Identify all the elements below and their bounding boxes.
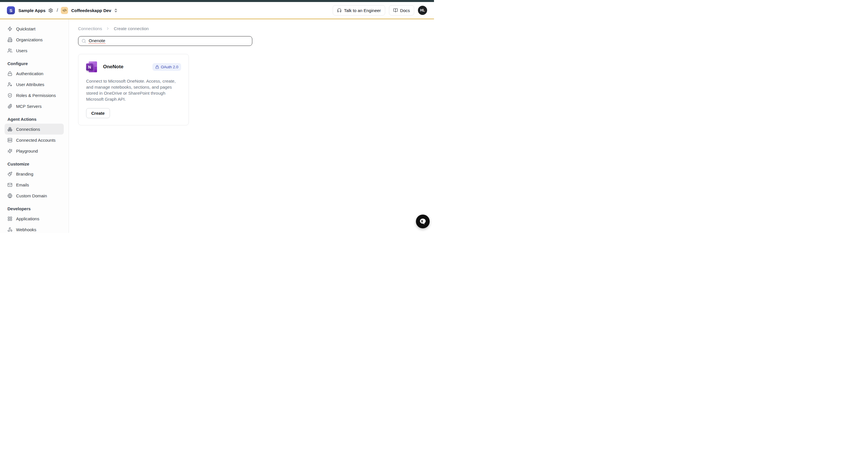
main-content: Connections Create connection Onenote N … (69, 19, 434, 233)
oauth-badge: OAuth 2.0 (152, 63, 181, 71)
breadcrumb-slash: / (57, 7, 58, 13)
sidebar-item-applications[interactable]: Applications (5, 213, 64, 224)
book-open-icon (393, 8, 398, 12)
user-avatar[interactable]: HL (418, 6, 427, 15)
header-left: S Sample Apps / Coffeedeskapp Dev (7, 6, 118, 14)
sidebar-item-label: Organizations (16, 37, 43, 42)
sidebar-item-mcp-servers[interactable]: MCP Servers (5, 101, 64, 111)
breadcrumb-create-connection: Create connection (114, 26, 149, 31)
search-value: Onenote (89, 38, 105, 44)
workspace-logo[interactable]: S (7, 6, 15, 14)
sidebar-section-agent-actions: Agent Actions (0, 116, 69, 122)
chat-widget-button[interactable] (416, 214, 430, 228)
sidebar-item-connections[interactable]: Connections (5, 124, 64, 135)
sidebar-item-label: Branding (16, 171, 33, 176)
page-body: QuickstartOrganizationsUsersConfigureAut… (0, 19, 434, 233)
sidebar-item-label: MCP Servers (16, 104, 42, 109)
webhook-icon (7, 227, 12, 232)
sidebar-item-label: Emails (16, 182, 29, 187)
sidebar-item-roles-permissions[interactable]: Roles & Permissions (5, 90, 64, 101)
onenote-logo-icon: N (86, 61, 98, 72)
chat-bubble-icon (419, 218, 427, 226)
lock-icon (155, 65, 159, 69)
sidebar-item-authentication[interactable]: Authentication (5, 68, 64, 79)
sparkles-icon (7, 148, 12, 154)
sidebar-item-label: Applications (16, 216, 39, 221)
card-header: N OneNote OAuth 2.0 (86, 61, 181, 72)
mail-icon (7, 182, 12, 187)
sidebar-item-label: Users (16, 48, 27, 53)
sidebar-section-customize: Customize (0, 161, 69, 167)
create-button[interactable]: Create (86, 108, 110, 118)
sidebar-item-label: Authentication (16, 71, 43, 76)
card-title: OneNote (103, 64, 123, 70)
sidebar-item-users[interactable]: Users (5, 45, 64, 56)
sidebar-nav: QuickstartOrganizationsUsersConfigureAut… (0, 19, 69, 233)
paintbrush-icon (7, 171, 12, 176)
users-icon (7, 48, 12, 53)
server-icon (7, 138, 12, 142)
lock-icon (7, 71, 12, 76)
search-input[interactable]: Onenote (78, 36, 252, 46)
card-description: Connect to Microsoft OneNote. Access, cr… (86, 78, 183, 102)
zap-icon (7, 26, 12, 31)
user-gear-icon (7, 82, 12, 87)
sidebar-item-connected-accounts[interactable]: Connected Accounts (5, 135, 64, 145)
sidebar-item-label: User Attributes (16, 82, 44, 87)
docs-button[interactable]: Docs (389, 5, 414, 15)
header-right: Talk to an Engineer Docs HL (333, 5, 427, 15)
breadcrumb-connections[interactable]: Connections (78, 26, 102, 31)
sidebar-item-emails[interactable]: Emails (5, 179, 64, 190)
paperclip-icon (7, 104, 12, 109)
project-name[interactable]: Coffeedeskapp Dev (71, 8, 111, 13)
project-switcher-chevrons-icon[interactable] (114, 8, 118, 12)
sidebar-item-label: Custom Domain (16, 193, 47, 198)
grid-icon (7, 216, 12, 221)
project-code-icon (61, 7, 68, 14)
app-header: S Sample Apps / Coffeedeskapp Dev Talk t… (0, 2, 434, 19)
sidebar-item-label: Roles & Permissions (16, 93, 56, 98)
breadcrumb: Connections Create connection (78, 26, 434, 31)
sidebar-item-organizations[interactable]: Organizations (5, 34, 64, 45)
sidebar-item-label: Webhooks (16, 227, 36, 232)
sidebar-item-webhooks[interactable]: Webhooks (5, 224, 64, 233)
sidebar-item-label: Connected Accounts (16, 138, 56, 142)
sidebar-item-user-attributes[interactable]: User Attributes (5, 79, 64, 90)
building-icon (7, 37, 12, 42)
sidebar-item-playground[interactable]: Playground (5, 145, 64, 156)
talk-to-engineer-button[interactable]: Talk to an Engineer (333, 5, 385, 15)
chevron-right-icon (105, 26, 110, 31)
workspace-name[interactable]: Sample Apps (19, 8, 45, 13)
workspace-settings-gear-icon[interactable] (48, 8, 53, 13)
connector-card-onenote: N OneNote OAuth 2.0 Connect to Microsoft… (78, 54, 189, 125)
sidebar-item-label: Quickstart (16, 26, 36, 31)
headphones-icon (337, 8, 342, 12)
sidebar-item-custom-domain[interactable]: Custom Domain (5, 190, 64, 201)
sidebar-section-developers: Developers (0, 205, 69, 212)
os-top-strip (0, 0, 434, 2)
sidebar-item-quickstart[interactable]: Quickstart (5, 23, 64, 34)
boxes-icon (7, 127, 12, 132)
globe-icon (7, 193, 12, 198)
sidebar-item-label: Connections (16, 127, 40, 132)
shield-check-icon (7, 93, 12, 98)
search-icon (82, 39, 86, 43)
sidebar-item-label: Playground (16, 148, 38, 154)
sidebar-section-configure: Configure (0, 60, 69, 67)
sidebar-item-branding[interactable]: Branding (5, 168, 64, 179)
